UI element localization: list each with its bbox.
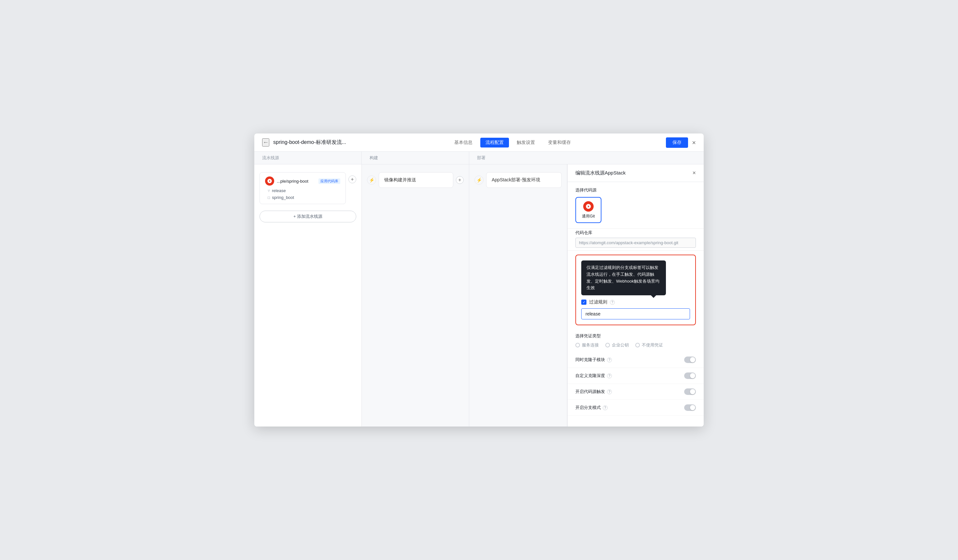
toggle-clone-depth: 自定义克隆深度 ? (568, 368, 704, 384)
radio-enterprise-circle (605, 343, 610, 347)
source-node[interactable]: ...ple/spring-boot 应用代码库 ⑂ release □ spr… (260, 172, 346, 204)
toggle-code-trigger-switch[interactable] (684, 389, 696, 395)
branch-icon: ⑂ (268, 189, 270, 193)
side-panel-close-button[interactable]: × (692, 170, 696, 176)
modal-close-button[interactable]: × (692, 140, 696, 146)
build-node[interactable]: 镜像构建并推送 (379, 172, 453, 188)
credential-radio-group: 服务连接 企业公钥 不使用凭证 (576, 342, 696, 348)
source-card-git-icon (583, 201, 594, 212)
modal-header: ← spring-boot-demo-标准研发流... 基本信息 流程配置 触发… (254, 133, 704, 152)
deploy-node[interactable]: AppStack部署-预发环境 (486, 172, 562, 188)
credential-section: 选择凭证类型 服务连接 企业公钥 不使用凭证 (568, 329, 704, 352)
repo-label: 代码仓库 (576, 230, 696, 236)
column-headers: 流水线源 构建 部署 (254, 152, 704, 164)
toggle-clone-submodules-label: 同时克隆子模块 ? (576, 357, 612, 363)
filter-rule-row: 过滤规则 ? (581, 299, 690, 305)
deploy-trigger-icon: ⚡ (474, 176, 484, 185)
nav-tabs: 基本信息 流程配置 触发设置 变量和缓存 (359, 138, 666, 148)
cred-option-enterprise[interactable]: 企业公钥 (605, 342, 629, 348)
add-after-build-button[interactable]: + (456, 176, 464, 184)
toggle-branch-mode-help[interactable]: ? (603, 405, 607, 410)
radio-service-circle (576, 343, 580, 347)
col-header-build: 构建 (362, 152, 469, 164)
toggle-clone-depth-switch[interactable] (684, 373, 696, 379)
build-trigger-icon: ⚡ (367, 176, 376, 185)
col-header-source: 流水线源 (254, 152, 362, 164)
tab-variables[interactable]: 变量和缓存 (543, 138, 576, 148)
side-panel: 编辑流水线源AppStack × 选择代码源 通用Git 代码仓库 (567, 164, 704, 427)
toggle-code-trigger: 开启代码源触发 ? (568, 384, 704, 400)
side-panel-header: 编辑流水线源AppStack × (568, 164, 704, 182)
code-source-label: 选择代码源 (576, 187, 696, 193)
branch-label: release (272, 188, 286, 193)
cred-service-label: 服务连接 (582, 342, 599, 348)
toggle-clone-submodules-switch[interactable] (684, 357, 696, 363)
toggle-branch-mode-switch[interactable] (684, 405, 696, 411)
folder-icon: □ (268, 195, 270, 200)
toggle-branch-mode-label: 开启分支模式 ? (576, 405, 607, 411)
modal-title: spring-boot-demo-标准研发流... (273, 139, 346, 146)
toggle-branch-mode: 开启分支模式 ? (568, 400, 704, 416)
code-source-section: 选择代码源 通用Git (568, 182, 704, 228)
col-header-deploy: 部署 (469, 152, 704, 164)
source-card-git[interactable]: 通用Git (576, 197, 601, 223)
filter-rule-help-icon[interactable]: ? (610, 300, 615, 305)
back-button[interactable]: ← (262, 138, 269, 146)
filter-tooltip: 仅满足过滤规则的分支或标签可以触发流水线运行，在手工触发、代码源触发、定时触发、… (581, 260, 666, 295)
source-item-folder: □ spring_boot (268, 195, 340, 200)
folder-label: spring_boot (272, 195, 294, 200)
filter-rule-label: 过滤规则 (589, 299, 607, 305)
radio-none-circle (635, 343, 640, 347)
build-column: ⚡ 镜像构建并推送 + (362, 164, 469, 427)
toggle-clone-depth-label: 自定义克隆深度 ? (576, 373, 612, 379)
toggle-clone-submodules: 同时克隆子模块 ? (568, 352, 704, 368)
cred-option-none[interactable]: 不使用凭证 (635, 342, 663, 348)
repo-input[interactable] (576, 238, 696, 248)
deploy-column: ⚡ AppStack部署-预发环境 (469, 164, 567, 427)
source-node-name: ...ple/spring-boot (277, 179, 316, 184)
build-node-label: 镜像构建并推送 (384, 177, 416, 183)
toggle-code-trigger-label: 开启代码源触发 ? (576, 389, 612, 395)
toggle-code-trigger-help[interactable]: ? (607, 389, 612, 394)
add-after-source-button[interactable]: + (349, 176, 356, 183)
main-modal: ← spring-boot-demo-标准研发流... 基本信息 流程配置 触发… (254, 133, 704, 427)
tab-basic[interactable]: 基本信息 (449, 138, 478, 148)
save-button[interactable]: 保存 (666, 137, 688, 148)
add-source-button[interactable]: + 添加流水线源 (260, 211, 356, 222)
source-card-git-label: 通用Git (582, 214, 595, 219)
tab-trigger[interactable]: 触发设置 (512, 138, 540, 148)
source-column: ...ple/spring-boot 应用代码库 ⑂ release □ spr… (254, 164, 362, 427)
code-source-grid: 通用Git (576, 197, 696, 223)
cred-none-label: 不使用凭证 (642, 342, 663, 348)
header-actions: 保存 × (666, 137, 696, 148)
toggle-clone-submodules-help[interactable]: ? (607, 357, 612, 362)
pipeline-area: ...ple/spring-boot 应用代码库 ⑂ release □ spr… (254, 164, 567, 427)
source-item-branch: ⑂ release (268, 188, 340, 193)
source-badge: 应用代码库 (319, 178, 340, 184)
modal-body: ...ple/spring-boot 应用代码库 ⑂ release □ spr… (254, 164, 704, 427)
side-panel-title: 编辑流水线源AppStack (576, 170, 625, 176)
tab-pipeline[interactable]: 流程配置 (480, 138, 509, 148)
deploy-node-label: AppStack部署-预发环境 (492, 177, 540, 183)
filter-rules-section: 仅满足过滤规则的分支或标签可以触发流水线运行，在手工触发、代码源触发、定时触发、… (576, 255, 696, 325)
cred-enterprise-label: 企业公钥 (612, 342, 629, 348)
filter-rule-checkbox[interactable] (581, 300, 587, 305)
git-icon (265, 176, 274, 186)
filter-input[interactable] (581, 308, 690, 319)
credential-section-label: 选择凭证类型 (576, 333, 696, 339)
source-node-items: ⑂ release □ spring_boot (265, 188, 340, 200)
toggle-clone-depth-help[interactable]: ? (607, 373, 612, 378)
cred-option-service[interactable]: 服务连接 (576, 342, 599, 348)
